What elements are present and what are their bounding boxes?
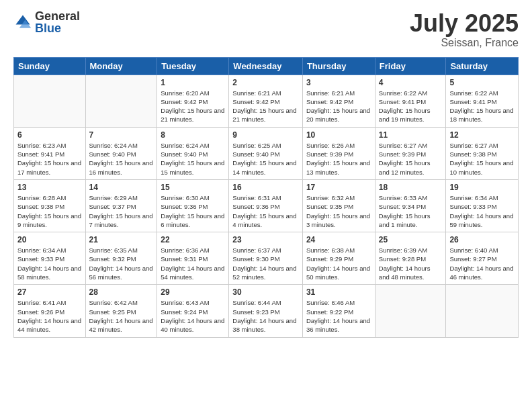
table-cell <box>375 285 446 337</box>
day-number: 12 <box>449 130 515 140</box>
day-info: Sunrise: 6:42 AM Sunset: 9:25 PM Dayligh… <box>89 298 154 334</box>
day-info: Sunrise: 6:43 AM Sunset: 9:24 PM Dayligh… <box>161 298 225 334</box>
table-cell: 28Sunrise: 6:42 AM Sunset: 9:25 PM Dayli… <box>85 285 157 337</box>
day-number: 8 <box>161 130 225 140</box>
table-cell: 9Sunrise: 6:25 AM Sunset: 9:40 PM Daylig… <box>229 127 303 179</box>
table-cell: 15Sunrise: 6:30 AM Sunset: 9:36 PM Dayli… <box>157 179 229 232</box>
day-info: Sunrise: 6:39 AM Sunset: 9:28 PM Dayligh… <box>379 246 443 281</box>
table-cell: 22Sunrise: 6:36 AM Sunset: 9:31 PM Dayli… <box>157 232 229 285</box>
table-cell: 3Sunrise: 6:21 AM Sunset: 9:42 PM Daylig… <box>302 75 375 127</box>
table-cell <box>14 75 86 127</box>
table-cell: 2Sunrise: 6:21 AM Sunset: 9:42 PM Daylig… <box>229 75 303 127</box>
day-number: 9 <box>232 130 299 140</box>
day-number: 10 <box>306 130 371 140</box>
header: General Blue July 2025 Seissan, France <box>13 10 519 49</box>
day-number: 11 <box>379 130 443 140</box>
day-number: 17 <box>306 183 371 192</box>
title-block: July 2025 Seissan, France <box>410 10 519 49</box>
header-friday: Friday <box>375 57 446 75</box>
table-cell: 4Sunrise: 6:22 AM Sunset: 9:41 PM Daylig… <box>375 75 446 127</box>
page: General Blue July 2025 Seissan, France S… <box>0 0 532 411</box>
table-cell: 6Sunrise: 6:23 AM Sunset: 9:41 PM Daylig… <box>14 127 86 179</box>
day-number: 7 <box>89 130 154 140</box>
day-info: Sunrise: 6:29 AM Sunset: 9:37 PM Dayligh… <box>89 193 154 229</box>
day-info: Sunrise: 6:24 AM Sunset: 9:40 PM Dayligh… <box>89 141 154 177</box>
table-cell: 25Sunrise: 6:39 AM Sunset: 9:28 PM Dayli… <box>375 232 446 285</box>
day-info: Sunrise: 6:27 AM Sunset: 9:38 PM Dayligh… <box>449 141 515 177</box>
header-monday: Monday <box>85 57 157 75</box>
day-info: Sunrise: 6:21 AM Sunset: 9:42 PM Dayligh… <box>232 89 299 124</box>
day-info: Sunrise: 6:27 AM Sunset: 9:39 PM Dayligh… <box>379 141 443 177</box>
day-number: 31 <box>306 287 371 297</box>
table-cell <box>85 75 157 127</box>
day-number: 1 <box>161 78 225 87</box>
table-cell: 27Sunrise: 6:41 AM Sunset: 9:26 PM Dayli… <box>14 285 86 337</box>
day-number: 22 <box>161 235 225 244</box>
day-number: 28 <box>89 287 154 297</box>
table-cell: 17Sunrise: 6:32 AM Sunset: 9:35 PM Dayli… <box>302 179 375 232</box>
day-info: Sunrise: 6:46 AM Sunset: 9:22 PM Dayligh… <box>306 298 371 334</box>
header-sunday: Sunday <box>14 57 86 75</box>
day-number: 16 <box>232 183 299 192</box>
day-info: Sunrise: 6:37 AM Sunset: 9:30 PM Dayligh… <box>232 246 299 281</box>
day-number: 24 <box>306 235 371 244</box>
day-info: Sunrise: 6:20 AM Sunset: 9:42 PM Dayligh… <box>161 89 225 124</box>
day-number: 23 <box>232 235 299 244</box>
table-cell: 12Sunrise: 6:27 AM Sunset: 9:38 PM Dayli… <box>446 127 519 179</box>
table-cell: 10Sunrise: 6:26 AM Sunset: 9:39 PM Dayli… <box>302 127 375 179</box>
day-info: Sunrise: 6:30 AM Sunset: 9:36 PM Dayligh… <box>161 193 225 229</box>
day-number: 15 <box>161 183 225 192</box>
table-cell: 11Sunrise: 6:27 AM Sunset: 9:39 PM Dayli… <box>375 127 446 179</box>
day-number: 18 <box>379 183 443 192</box>
table-cell: 26Sunrise: 6:40 AM Sunset: 9:27 PM Dayli… <box>446 232 519 285</box>
table-cell: 20Sunrise: 6:34 AM Sunset: 9:33 PM Dayli… <box>14 232 86 285</box>
table-cell: 18Sunrise: 6:33 AM Sunset: 9:34 PM Dayli… <box>375 179 446 232</box>
day-number: 5 <box>449 78 515 87</box>
table-cell: 14Sunrise: 6:29 AM Sunset: 9:37 PM Dayli… <box>85 179 157 232</box>
weekday-header-row: Sunday Monday Tuesday Wednesday Thursday… <box>14 57 519 75</box>
day-number: 25 <box>379 235 443 244</box>
table-cell <box>446 285 519 337</box>
header-tuesday: Tuesday <box>157 57 229 75</box>
day-info: Sunrise: 6:41 AM Sunset: 9:26 PM Dayligh… <box>17 298 82 334</box>
week-row-4: 27Sunrise: 6:41 AM Sunset: 9:26 PM Dayli… <box>14 285 519 337</box>
table-cell: 5Sunrise: 6:22 AM Sunset: 9:41 PM Daylig… <box>446 75 519 127</box>
day-number: 27 <box>17 287 82 297</box>
day-info: Sunrise: 6:31 AM Sunset: 9:36 PM Dayligh… <box>232 193 299 229</box>
day-info: Sunrise: 6:33 AM Sunset: 9:34 PM Dayligh… <box>379 193 443 229</box>
table-cell: 16Sunrise: 6:31 AM Sunset: 9:36 PM Dayli… <box>229 179 303 232</box>
day-number: 3 <box>306 78 371 87</box>
logo-blue-text: Blue <box>35 22 80 34</box>
table-cell: 8Sunrise: 6:24 AM Sunset: 9:40 PM Daylig… <box>157 127 229 179</box>
header-saturday: Saturday <box>446 57 519 75</box>
day-number: 4 <box>379 78 443 87</box>
day-info: Sunrise: 6:28 AM Sunset: 9:38 PM Dayligh… <box>17 193 82 229</box>
day-info: Sunrise: 6:38 AM Sunset: 9:29 PM Dayligh… <box>306 246 371 281</box>
table-cell: 13Sunrise: 6:28 AM Sunset: 9:38 PM Dayli… <box>14 179 86 232</box>
table-cell: 21Sunrise: 6:35 AM Sunset: 9:32 PM Dayli… <box>85 232 157 285</box>
week-row-0: 1Sunrise: 6:20 AM Sunset: 9:42 PM Daylig… <box>14 75 519 127</box>
day-number: 21 <box>89 235 154 244</box>
day-number: 14 <box>89 183 154 192</box>
title-month: July 2025 <box>410 10 519 37</box>
logo-text: General Blue <box>35 10 80 34</box>
table-cell: 31Sunrise: 6:46 AM Sunset: 9:22 PM Dayli… <box>302 285 375 337</box>
day-info: Sunrise: 6:24 AM Sunset: 9:40 PM Dayligh… <box>161 141 225 177</box>
day-info: Sunrise: 6:22 AM Sunset: 9:41 PM Dayligh… <box>449 89 515 124</box>
day-info: Sunrise: 6:22 AM Sunset: 9:41 PM Dayligh… <box>379 89 443 124</box>
table-cell: 29Sunrise: 6:43 AM Sunset: 9:24 PM Dayli… <box>157 285 229 337</box>
day-info: Sunrise: 6:23 AM Sunset: 9:41 PM Dayligh… <box>17 141 82 177</box>
day-info: Sunrise: 6:32 AM Sunset: 9:35 PM Dayligh… <box>306 193 371 229</box>
week-row-3: 20Sunrise: 6:34 AM Sunset: 9:33 PM Dayli… <box>14 232 519 285</box>
day-number: 19 <box>449 183 515 192</box>
logo: General Blue <box>13 10 80 34</box>
week-row-2: 13Sunrise: 6:28 AM Sunset: 9:38 PM Dayli… <box>14 179 519 232</box>
table-cell: 1Sunrise: 6:20 AM Sunset: 9:42 PM Daylig… <box>157 75 229 127</box>
day-info: Sunrise: 6:34 AM Sunset: 9:33 PM Dayligh… <box>17 246 82 281</box>
day-number: 6 <box>17 130 82 140</box>
day-info: Sunrise: 6:25 AM Sunset: 9:40 PM Dayligh… <box>232 141 299 177</box>
day-number: 30 <box>232 287 299 297</box>
day-number: 29 <box>161 287 225 297</box>
table-cell: 7Sunrise: 6:24 AM Sunset: 9:40 PM Daylig… <box>85 127 157 179</box>
day-number: 13 <box>17 183 82 192</box>
